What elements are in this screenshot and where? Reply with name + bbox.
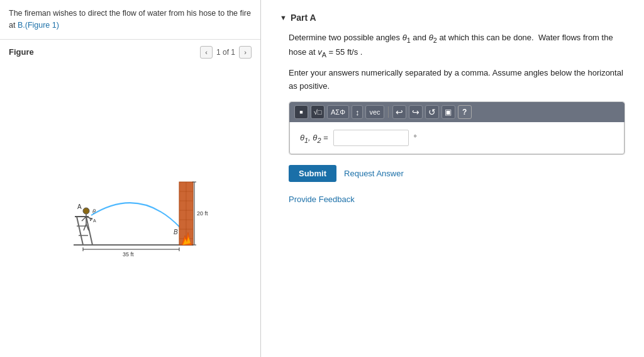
figure-diagram: A θ v A	[36, 154, 225, 261]
next-figure-button[interactable]: ›	[239, 46, 252, 59]
svg-line-8	[82, 217, 86, 221]
svg-line-10	[84, 224, 86, 230]
action-row: Submit Request Answer	[289, 165, 625, 182]
figure-area: Figure ‹ 1 of 1 ›	[0, 40, 260, 358]
submit-button[interactable]: Submit	[289, 165, 336, 182]
vec-button[interactable]: vec	[365, 105, 384, 119]
help-button[interactable]: ?	[458, 105, 472, 119]
right-panel: ▼ Part A Determine two possible angles θ…	[261, 0, 644, 357]
request-answer-link[interactable]: Request Answer	[344, 169, 404, 178]
math-toolbar: ■ √□ AΣΦ ↕ vec ↩ ↪ ↺ ▣ ?	[289, 102, 625, 122]
provide-feedback-link[interactable]: Provide Feedback	[289, 195, 355, 204]
feedback-section: Provide Feedback	[289, 195, 625, 204]
svg-text:v: v	[89, 216, 92, 222]
problem-statement: The fireman wishes to direct the flow of…	[0, 0, 260, 40]
part-toggle-icon[interactable]: ▼	[280, 14, 287, 21]
image-button[interactable]: ▣	[441, 105, 455, 119]
degree-symbol: °	[414, 133, 417, 142]
page-indicator: 1 of 1	[216, 48, 235, 57]
figure-image: A θ v A	[9, 64, 252, 351]
math-input-container: ■ √□ AΣΦ ↕ vec ↩ ↪ ↺ ▣ ? θ1, θ2 =	[289, 101, 625, 155]
sqrt-button[interactable]: √□	[311, 105, 325, 119]
prev-figure-button[interactable]: ‹	[200, 46, 213, 59]
svg-text:A: A	[77, 203, 82, 210]
svg-text:35 ft: 35 ft	[123, 251, 134, 258]
part-header: ▼ Part A	[280, 13, 625, 23]
question-line2: Enter your answers numerically separated…	[289, 67, 625, 93]
left-panel: The fireman wishes to direct the flow of…	[0, 0, 261, 357]
part-title: Part A	[291, 13, 316, 23]
separator1	[388, 106, 389, 118]
figure-navigation: ‹ 1 of 1 ›	[200, 46, 252, 59]
figure-label-row: Figure ‹ 1 of 1 ›	[9, 46, 252, 59]
matrix-button[interactable]: ■	[294, 105, 308, 119]
redo-button[interactable]: ↪	[409, 105, 423, 119]
svg-text:20 ft: 20 ft	[197, 210, 208, 217]
answer-input[interactable]	[333, 130, 409, 146]
refresh-button[interactable]: ↺	[425, 105, 439, 119]
figure-link[interactable]: B.(Figure 1)	[18, 21, 59, 30]
format-button[interactable]: ↕	[352, 105, 364, 119]
answer-box: θ1, θ2 = °	[289, 122, 625, 154]
svg-point-6	[83, 208, 89, 214]
undo-button[interactable]: ↩	[392, 105, 406, 119]
part-content: Determine two possible angles θ1 and θ2 …	[289, 31, 625, 204]
svg-text:A: A	[93, 218, 96, 223]
figure-label: Figure	[9, 47, 34, 57]
question-line1: Determine two possible angles θ1 and θ2 …	[289, 31, 625, 60]
answer-label: θ1, θ2 =	[300, 133, 328, 144]
svg-text:B: B	[174, 229, 178, 235]
symbol-button[interactable]: AΣΦ	[327, 105, 349, 119]
